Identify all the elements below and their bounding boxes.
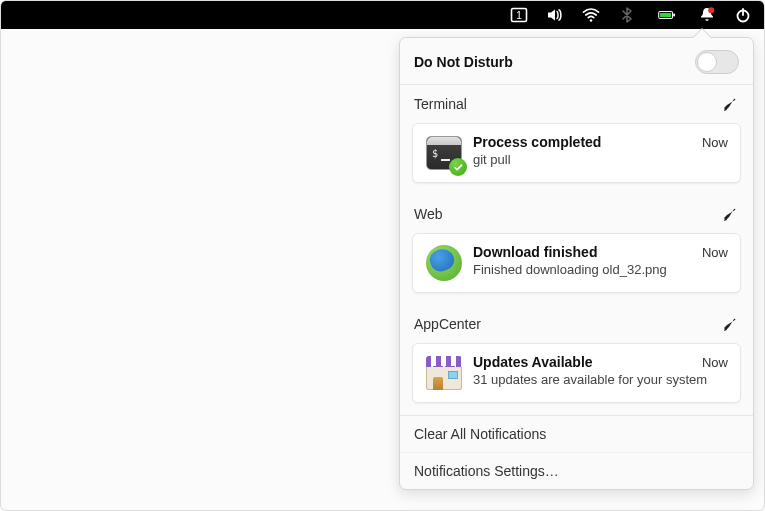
svg-text:1: 1 <box>516 10 522 21</box>
volume-icon[interactable] <box>546 6 564 24</box>
power-icon[interactable] <box>734 6 752 24</box>
notification-card[interactable]: Updates Available Now 31 updates are ava… <box>412 343 741 403</box>
svg-rect-5 <box>673 14 675 17</box>
web-app-icon <box>425 244 463 282</box>
notification-time: Now <box>702 245 728 260</box>
panel-footer: Clear All Notifications Notifications Se… <box>400 415 753 489</box>
notification-card[interactable]: $ Process completed Now git pull <box>412 123 741 183</box>
battery-icon[interactable] <box>654 6 680 24</box>
clear-all-button[interactable]: Clear All Notifications <box>400 416 753 452</box>
notification-body: Finished downloading old_32.png <box>473 262 728 277</box>
section-header-appcenter: AppCenter <box>400 305 753 339</box>
notification-time: Now <box>702 135 728 150</box>
notification-card[interactable]: Download finished Now Finished downloadi… <box>412 233 741 293</box>
terminal-app-icon: $ <box>425 134 463 172</box>
appcenter-app-icon <box>425 354 463 392</box>
wifi-icon[interactable] <box>582 6 600 24</box>
top-bar: 1 <box>1 1 764 29</box>
svg-point-2 <box>590 19 593 22</box>
clear-section-icon[interactable] <box>721 95 739 113</box>
svg-point-6 <box>708 7 714 13</box>
do-not-disturb-toggle[interactable] <box>695 50 739 74</box>
clear-section-icon[interactable] <box>721 205 739 223</box>
notification-settings-button[interactable]: Notifications Settings… <box>400 452 753 489</box>
section-title: AppCenter <box>414 316 481 332</box>
do-not-disturb-label: Do Not Disturb <box>414 54 513 70</box>
notifications-icon[interactable] <box>698 6 716 24</box>
notification-time: Now <box>702 355 728 370</box>
notification-body: git pull <box>473 152 728 167</box>
svg-rect-4 <box>660 13 671 17</box>
clear-section-icon[interactable] <box>721 315 739 333</box>
success-badge-icon <box>449 158 467 176</box>
notification-title: Download finished <box>473 244 597 260</box>
notification-center-panel: Do Not Disturb Terminal $ Process comple… <box>399 37 754 490</box>
notification-title: Updates Available <box>473 354 593 370</box>
section-title: Web <box>414 206 443 222</box>
notification-title: Process completed <box>473 134 601 150</box>
bluetooth-icon[interactable] <box>618 6 636 24</box>
do-not-disturb-row: Do Not Disturb <box>400 38 753 85</box>
notification-body: 31 updates are available for your system <box>473 372 728 387</box>
section-title: Terminal <box>414 96 467 112</box>
workspace-indicator-icon[interactable]: 1 <box>510 6 528 24</box>
section-header-web: Web <box>400 195 753 229</box>
section-header-terminal: Terminal <box>400 85 753 119</box>
